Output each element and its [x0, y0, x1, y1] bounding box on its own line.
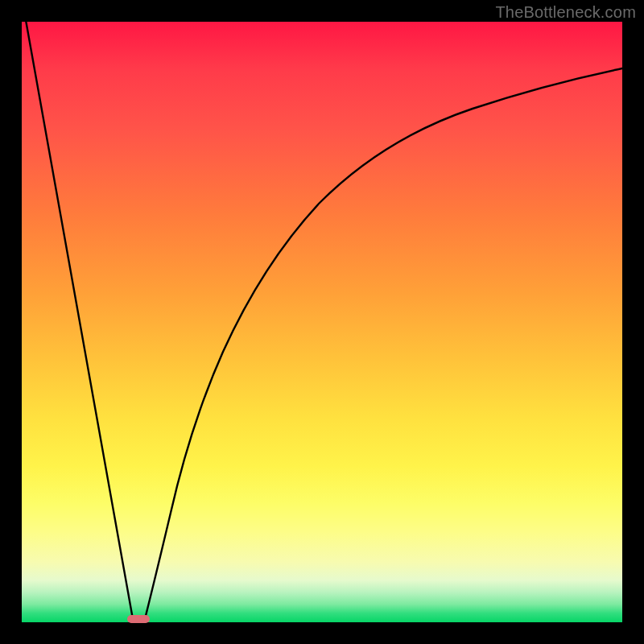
chart-frame: TheBottleneck.com	[0, 0, 644, 644]
plot-area	[22, 22, 622, 622]
trough-marker	[127, 615, 150, 623]
right-branch	[145, 68, 622, 619]
attribution-text: TheBottleneck.com	[495, 3, 636, 22]
curve-lines	[22, 22, 622, 622]
left-branch	[22, 22, 133, 619]
